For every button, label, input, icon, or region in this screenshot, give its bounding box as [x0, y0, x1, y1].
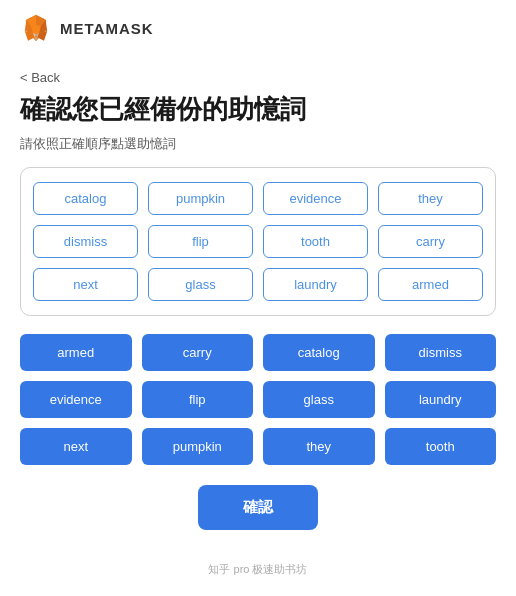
available-word-chip[interactable]: catalog — [33, 182, 138, 215]
available-word-chip[interactable]: evidence — [263, 182, 368, 215]
app-header: METAMASK — [0, 0, 516, 52]
selected-word-chip[interactable]: tooth — [385, 428, 497, 465]
available-word-chip[interactable]: glass — [148, 268, 253, 301]
selected-words-grid: armedcarrycatalogdismissevidenceflipglas… — [20, 334, 496, 465]
selected-word-chip[interactable]: dismiss — [385, 334, 497, 371]
metamask-logo-icon — [20, 12, 52, 44]
subtitle: 請依照正確順序點選助憶詞 — [20, 135, 496, 153]
available-words-grid: catalogpumpkinevidencetheydismissfliptoo… — [33, 182, 483, 301]
page-title: 確認您已經備份的助憶詞 — [20, 93, 496, 127]
available-word-chip[interactable]: flip — [148, 225, 253, 258]
available-word-chip[interactable]: laundry — [263, 268, 368, 301]
available-word-chip[interactable]: carry — [378, 225, 483, 258]
app-name: METAMASK — [60, 20, 154, 37]
back-button[interactable]: < Back — [20, 70, 60, 85]
word-selection-box: catalogpumpkinevidencetheydismissfliptoo… — [20, 167, 496, 316]
available-word-chip[interactable]: pumpkin — [148, 182, 253, 215]
footer-watermark: 知乎 pro 极速助书坊 — [0, 554, 516, 581]
available-word-chip[interactable]: armed — [378, 268, 483, 301]
selected-word-chip[interactable]: flip — [142, 381, 254, 418]
selected-word-chip[interactable]: pumpkin — [142, 428, 254, 465]
available-word-chip[interactable]: tooth — [263, 225, 368, 258]
selected-word-chip[interactable]: carry — [142, 334, 254, 371]
selected-word-chip[interactable]: they — [263, 428, 375, 465]
selected-word-chip[interactable]: laundry — [385, 381, 497, 418]
selected-word-chip[interactable]: evidence — [20, 381, 132, 418]
available-word-chip[interactable]: dismiss — [33, 225, 138, 258]
confirm-button[interactable]: 確認 — [198, 485, 318, 530]
available-word-chip[interactable]: they — [378, 182, 483, 215]
available-word-chip[interactable]: next — [33, 268, 138, 301]
selected-word-chip[interactable]: glass — [263, 381, 375, 418]
selected-word-chip[interactable]: next — [20, 428, 132, 465]
selected-word-chip[interactable]: armed — [20, 334, 132, 371]
selected-word-chip[interactable]: catalog — [263, 334, 375, 371]
